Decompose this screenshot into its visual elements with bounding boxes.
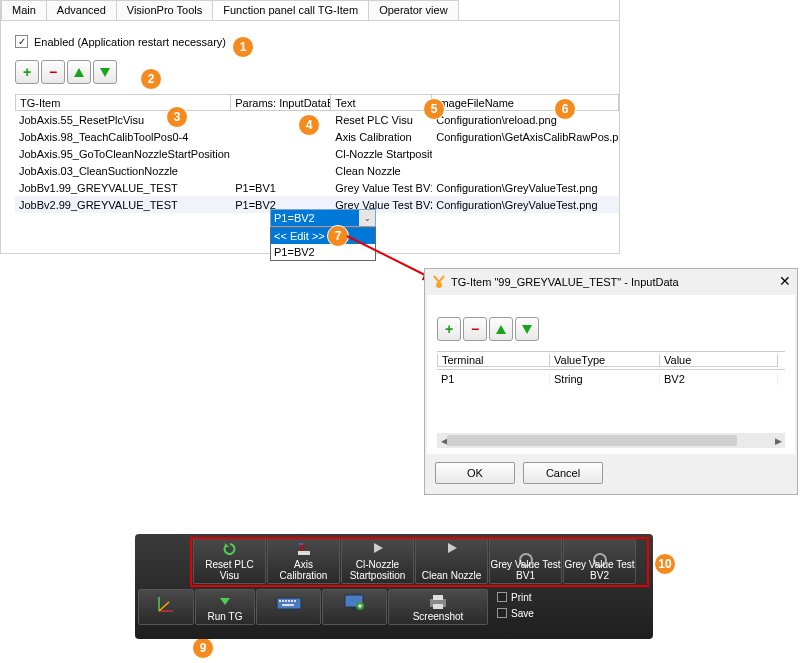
dialog-title: TG-Item "99_GREYVALUE_TEST" - InputData (451, 276, 679, 288)
monitor-icon (344, 594, 366, 614)
params-dropdown: P1=BV2 ⌄ << Edit >> P1=BV2 (270, 209, 376, 261)
svg-rect-2 (298, 551, 310, 555)
callout: 2 (140, 68, 162, 90)
callout: 1 (232, 36, 254, 58)
fn-clean-nozzle[interactable]: Clean Nozzle (415, 537, 488, 584)
fn-reset-plc[interactable]: Reset PLC Visu (193, 537, 266, 584)
scroll-thumb[interactable] (447, 435, 737, 446)
table-row[interactable]: JobAxis.95_GoToCleanNozzleStartPositionC… (15, 145, 619, 162)
print-checkbox[interactable]: Print (497, 589, 534, 605)
chevron-down-icon: ⌄ (359, 210, 375, 226)
run-icon (218, 594, 232, 610)
col-tg-item[interactable]: TG-Item (15, 94, 231, 111)
col-text[interactable]: Text (331, 94, 432, 111)
svg-rect-12 (291, 600, 293, 602)
popup-add-button[interactable]: + (437, 317, 461, 341)
svg-rect-7 (277, 598, 301, 609)
save-checkbox[interactable]: Save (497, 605, 534, 621)
tab-strip: Main Advanced VisionPro Tools Function p… (1, 0, 619, 21)
callout: 4 (298, 114, 320, 136)
inputdata-table: Terminal ValueType Value P1 String BV2 (437, 351, 785, 388)
tg-item-table: TG-Item Params: InputDataBlock... Text I… (15, 94, 619, 213)
screenshot-button[interactable]: Screenshot (388, 589, 488, 625)
callout: 9 (192, 637, 214, 659)
dropdown-item[interactable]: P1=BV2 (271, 244, 375, 260)
params-dropdown-input[interactable]: P1=BV2 ⌄ (270, 209, 376, 227)
callout: 10 (654, 553, 676, 575)
remove-button[interactable]: − (41, 60, 65, 84)
monitor-button[interactable] (322, 589, 387, 625)
svg-rect-19 (433, 595, 443, 600)
dropdown-item-edit[interactable]: << Edit >> (271, 228, 375, 244)
tab-operator-view[interactable]: Operator view (368, 0, 458, 20)
tab-advanced[interactable]: Advanced (46, 0, 117, 20)
fn-grey-bv2[interactable]: Grey Value Test BV2 (563, 537, 636, 584)
fn-cl-nozzle[interactable]: Cl-Nozzle Startposition (341, 537, 414, 584)
svg-line-6 (159, 602, 169, 611)
enabled-label: Enabled (Application restart necessary) (34, 36, 226, 48)
col-terminal[interactable]: Terminal (437, 354, 550, 367)
table-row[interactable]: JobAxis.03_CleanSuctionNozzleClean Nozzl… (15, 162, 619, 179)
callout: 6 (554, 98, 576, 120)
printer-icon (428, 594, 448, 612)
fn-grey-bv1[interactable]: Grey Value Test BV1 (489, 537, 562, 584)
ok-button[interactable]: OK (435, 462, 515, 484)
callout: 7 (327, 225, 349, 247)
tab-function-panel[interactable]: Function panel call TG-Item (212, 0, 369, 20)
run-tg-button[interactable]: Run TG (195, 589, 255, 625)
toolbar: + − (15, 60, 619, 84)
svg-rect-8 (279, 600, 281, 602)
svg-point-1 (436, 282, 442, 288)
table-row[interactable]: P1 String BV2 (437, 370, 785, 388)
move-down-button[interactable] (93, 60, 117, 84)
table-row[interactable]: JobBv1.99_GREYVALUE_TESTP1=BV1Grey Value… (15, 179, 619, 196)
close-icon[interactable]: ✕ (779, 273, 791, 289)
callout: 5 (423, 98, 445, 120)
axis-button[interactable] (138, 589, 194, 625)
svg-rect-13 (294, 600, 296, 602)
calib-icon (297, 542, 311, 556)
popup-move-up-button[interactable] (489, 317, 513, 341)
svg-rect-20 (433, 604, 443, 609)
enabled-checkbox[interactable]: ✓ (15, 35, 28, 48)
svg-rect-16 (351, 607, 357, 610)
app-icon (431, 274, 447, 290)
svg-rect-10 (285, 600, 287, 602)
scroll-right-icon[interactable]: ▶ (771, 433, 785, 448)
tab-visionpro[interactable]: VisionPro Tools (116, 0, 213, 20)
play-icon (445, 542, 459, 556)
add-button[interactable]: + (15, 60, 39, 84)
popup-remove-button[interactable]: − (463, 317, 487, 341)
col-value[interactable]: Value (660, 354, 778, 367)
axis-icon (156, 594, 176, 616)
move-up-button[interactable] (67, 60, 91, 84)
arrow-down-icon (522, 325, 532, 334)
arrow-up-icon (496, 325, 506, 334)
play-icon (371, 542, 385, 556)
callout: 3 (166, 106, 188, 128)
keyboard-icon (276, 594, 302, 612)
reload-icon (223, 542, 237, 556)
inputdata-dialog: TG-Item "99_GREYVALUE_TEST" - InputData … (424, 268, 798, 495)
tab-main[interactable]: Main (1, 0, 47, 20)
col-image[interactable]: ImageFileName (432, 94, 619, 111)
fn-axis-calib[interactable]: Axis Calibration (267, 537, 340, 584)
svg-rect-3 (299, 543, 303, 545)
svg-rect-9 (282, 600, 284, 602)
cancel-button[interactable]: Cancel (523, 462, 603, 484)
popup-move-down-button[interactable] (515, 317, 539, 341)
h-scrollbar[interactable]: ◀ ▶ (437, 433, 785, 448)
arrow-up-icon (74, 68, 84, 77)
svg-rect-14 (282, 604, 294, 606)
svg-rect-11 (288, 600, 290, 602)
col-valuetype[interactable]: ValueType (550, 354, 660, 367)
arrow-down-icon (100, 68, 110, 77)
keyboard-button[interactable] (256, 589, 321, 625)
operator-toolbar: Reset PLC Visu Axis Calibration Cl-Nozzl… (135, 534, 653, 639)
col-params[interactable]: Params: InputDataBlock... (231, 94, 331, 111)
